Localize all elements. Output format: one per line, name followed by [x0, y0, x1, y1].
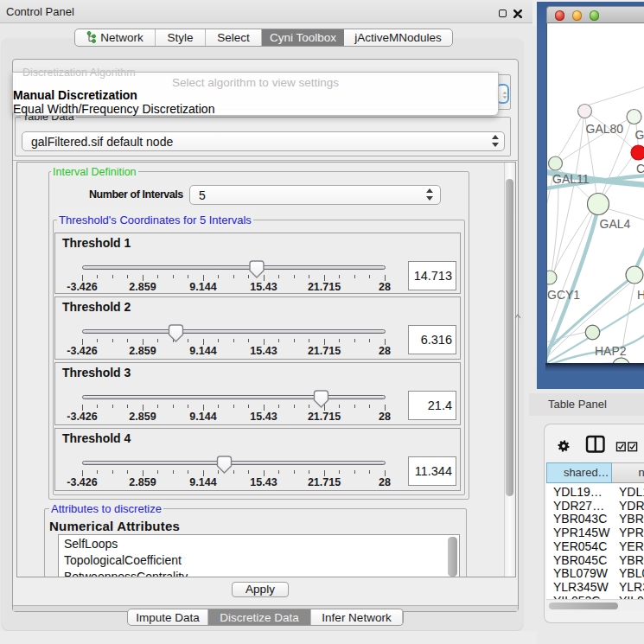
svg-text:28: 28 [379, 411, 391, 423]
svg-text:-3.426: -3.426 [67, 476, 97, 488]
svg-text:GAL4: GAL4 [600, 217, 631, 231]
svg-text:9.144: 9.144 [189, 411, 216, 423]
svg-text:15.43: 15.43 [250, 476, 277, 488]
svg-text:H: H [637, 288, 644, 302]
svg-text:21.715: 21.715 [308, 281, 341, 293]
svg-text:15.43: 15.43 [250, 281, 277, 293]
svg-text:28: 28 [379, 281, 391, 293]
svg-text:2.859: 2.859 [129, 411, 156, 423]
svg-text:-3.426: -3.426 [67, 411, 97, 423]
svg-text:-3.426: -3.426 [67, 281, 97, 293]
svg-text:2.859: 2.859 [129, 476, 156, 488]
svg-text:GAL11: GAL11 [552, 172, 590, 186]
svg-text:CR: CR [636, 162, 644, 175]
svg-text:GCY1: GCY1 [547, 288, 580, 302]
svg-text:GAL80: GAL80 [586, 122, 624, 136]
svg-text:9.144: 9.144 [189, 476, 216, 488]
svg-text:2.859: 2.859 [129, 281, 156, 293]
svg-text:GA: GA [635, 128, 644, 142]
svg-text:28: 28 [379, 345, 391, 357]
svg-text:HAP2: HAP2 [595, 344, 627, 358]
svg-text:15.43: 15.43 [250, 345, 277, 357]
svg-text:9.144: 9.144 [189, 345, 216, 357]
svg-text:9.144: 9.144 [189, 281, 216, 293]
svg-text:28: 28 [379, 476, 391, 488]
svg-text:-3.426: -3.426 [67, 345, 97, 357]
svg-text:21.715: 21.715 [308, 411, 341, 423]
svg-text:2.859: 2.859 [129, 345, 156, 357]
svg-text:21.715: 21.715 [308, 345, 341, 357]
svg-text:15.43: 15.43 [250, 411, 277, 423]
svg-text:21.715: 21.715 [308, 476, 341, 488]
